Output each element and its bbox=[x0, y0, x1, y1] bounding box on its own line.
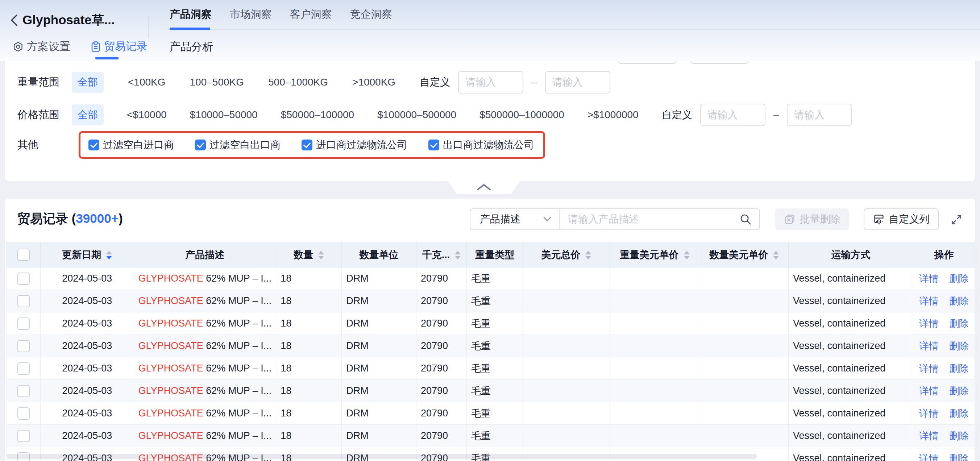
action-divider bbox=[944, 409, 944, 418]
checkbox-checked-icon[interactable] bbox=[88, 140, 99, 150]
weight-option[interactable]: <100KG bbox=[128, 76, 165, 88]
tab-scheme-settings[interactable]: 方案设置 bbox=[13, 39, 70, 54]
action-divider bbox=[944, 342, 944, 351]
sort-carets-icon[interactable] bbox=[455, 251, 461, 259]
top-tab-3[interactable]: 竞企洞察 bbox=[350, 7, 392, 22]
column-header-7[interactable]: 重量美元单价 bbox=[609, 242, 700, 267]
price-option[interactable]: $500000–1000000 bbox=[479, 109, 564, 121]
cell-actions: 详情删除 bbox=[913, 312, 975, 335]
column-header-8[interactable]: 数量美元单价 bbox=[700, 242, 789, 267]
detail-link[interactable]: 详情 bbox=[919, 363, 939, 374]
price-option[interactable]: $10000–50000 bbox=[190, 109, 258, 121]
checkbox-checked-icon[interactable] bbox=[195, 140, 206, 150]
detail-link[interactable]: 详情 bbox=[919, 408, 939, 419]
search-icon[interactable] bbox=[739, 213, 752, 226]
price-option[interactable]: $50000–100000 bbox=[281, 109, 354, 121]
detail-link[interactable]: 详情 bbox=[919, 273, 939, 284]
delete-link[interactable]: 删除 bbox=[949, 431, 969, 442]
price-option[interactable]: >$1000000 bbox=[587, 109, 639, 121]
row-checkbox[interactable] bbox=[18, 362, 30, 375]
delete-link[interactable]: 删除 bbox=[949, 408, 969, 419]
cell-transport-mode: Vessel, containerized bbox=[789, 312, 913, 335]
cell-actions: 详情删除 bbox=[913, 290, 975, 312]
weight-option[interactable]: 100–500KG bbox=[190, 76, 244, 88]
price-option[interactable]: $100000–500000 bbox=[377, 109, 456, 121]
cell-quantity-unit: DRM bbox=[342, 335, 417, 357]
detail-link[interactable]: 详情 bbox=[919, 318, 939, 329]
batch-delete-button[interactable]: 批量删除 bbox=[775, 208, 849, 230]
delete-link[interactable]: 删除 bbox=[949, 273, 969, 284]
top-tab-0[interactable]: 产品洞察 bbox=[170, 7, 212, 22]
price-max-input[interactable] bbox=[787, 104, 852, 126]
sort-carets-icon[interactable] bbox=[684, 251, 690, 259]
cell-kilograms: 20790 bbox=[417, 312, 467, 335]
cell-usd-per-weight bbox=[609, 402, 700, 425]
row-checkbox[interactable] bbox=[18, 318, 30, 330]
back-chevron-icon[interactable] bbox=[10, 13, 19, 27]
cell-weight-type: 毛重 bbox=[467, 380, 523, 402]
row-checkbox[interactable] bbox=[18, 385, 30, 397]
row-checkbox[interactable] bbox=[18, 340, 30, 352]
top-tab-2[interactable]: 客户洞察 bbox=[290, 7, 332, 22]
select-all-checkbox[interactable] bbox=[18, 249, 30, 261]
sort-carets-icon[interactable] bbox=[318, 251, 324, 259]
row-checkbox[interactable] bbox=[18, 273, 30, 285]
tab-product-analysis[interactable]: 产品分析 bbox=[170, 40, 213, 54]
delete-link[interactable]: 删除 bbox=[949, 341, 969, 351]
row-checkbox[interactable] bbox=[18, 295, 30, 307]
highlighted-keyword: GLYPHOSATE bbox=[138, 408, 203, 419]
customize-columns-button[interactable]: 自定义列 bbox=[864, 208, 939, 230]
other-checkbox-item-0[interactable]: 过滤空白进口商 bbox=[88, 138, 174, 152]
detail-link[interactable]: 详情 bbox=[919, 386, 939, 396]
column-header-4[interactable]: 千克... bbox=[417, 242, 467, 267]
search-input[interactable] bbox=[560, 213, 739, 225]
sort-carets-icon[interactable] bbox=[106, 251, 112, 259]
horizontal-scrollbar[interactable] bbox=[6, 454, 757, 459]
row-checkbox[interactable] bbox=[18, 407, 30, 420]
chevron-up-icon[interactable] bbox=[475, 183, 493, 191]
price-option-all[interactable]: 全部 bbox=[72, 104, 103, 126]
cell-usd-total bbox=[523, 357, 609, 380]
clipped-input-top-2[interactable] bbox=[690, 61, 749, 64]
other-checkbox-item-2[interactable]: 进口商过滤物流公司 bbox=[302, 138, 407, 152]
weight-min-input[interactable] bbox=[458, 71, 523, 94]
delete-link[interactable]: 删除 bbox=[949, 296, 969, 307]
column-header-0[interactable]: 更新日期 bbox=[40, 242, 134, 267]
column-header-2[interactable]: 数量 bbox=[276, 242, 342, 267]
weight-option[interactable]: 500–1000KG bbox=[268, 76, 328, 88]
detail-link[interactable]: 详情 bbox=[919, 453, 939, 461]
top-tab-1[interactable]: 市场洞察 bbox=[230, 7, 272, 22]
column-header-6[interactable]: 美元总价 bbox=[523, 242, 609, 267]
delete-link[interactable]: 删除 bbox=[949, 318, 969, 329]
cell-usd-total bbox=[523, 335, 609, 357]
sort-carets-icon[interactable] bbox=[773, 251, 779, 259]
weight-option-all[interactable]: 全部 bbox=[72, 72, 103, 93]
delete-link[interactable]: 删除 bbox=[949, 363, 969, 374]
weight-max-input[interactable] bbox=[545, 71, 610, 94]
cell-usd-per-weight bbox=[609, 312, 700, 335]
detail-link[interactable]: 详情 bbox=[919, 341, 939, 351]
sort-carets-icon[interactable] bbox=[585, 251, 591, 259]
cell-kilograms: 20790 bbox=[417, 402, 467, 425]
customize-columns-icon bbox=[873, 213, 885, 225]
clipped-input-top-1[interactable] bbox=[618, 61, 676, 64]
detail-link[interactable]: 详情 bbox=[919, 431, 939, 442]
other-checkbox-item-3[interactable]: 出口商过滤物流公司 bbox=[428, 138, 534, 152]
checkbox-checked-icon[interactable] bbox=[302, 140, 312, 150]
tab-trade-records[interactable]: 贸易记录 bbox=[91, 39, 148, 54]
other-checkbox-item-1[interactable]: 过滤空白出口商 bbox=[195, 138, 280, 152]
delete-link[interactable]: 删除 bbox=[949, 386, 969, 396]
detail-link[interactable]: 详情 bbox=[919, 296, 939, 307]
search-field-select[interactable]: 产品描述 bbox=[471, 209, 560, 229]
cell-update-date: 2024-05-03 bbox=[40, 357, 134, 380]
delete-link[interactable]: 删除 bbox=[949, 453, 969, 461]
checkbox-checked-icon[interactable] bbox=[428, 140, 439, 150]
price-min-input[interactable] bbox=[700, 104, 765, 126]
price-option[interactable]: <$10000 bbox=[127, 109, 167, 121]
row-checkbox[interactable] bbox=[18, 430, 30, 442]
cell-kilograms: 20790 bbox=[417, 290, 467, 312]
product-description-rest: 62% MUP – I... bbox=[203, 273, 272, 284]
column-header-9: 运输方式 bbox=[789, 242, 913, 267]
fullscreen-icon[interactable] bbox=[950, 213, 963, 226]
weight-option[interactable]: >1000KG bbox=[352, 76, 395, 88]
